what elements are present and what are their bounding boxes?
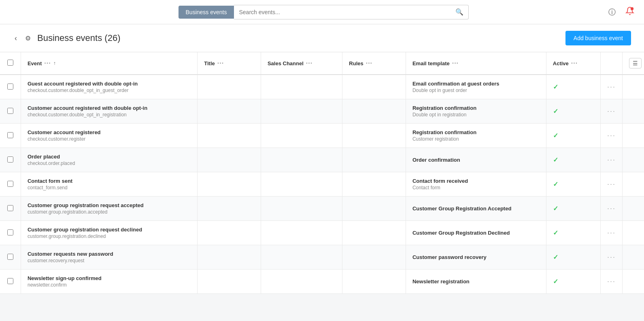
- table-header-row: Event ··· ↑ Title ··· Sales Channel ···: [0, 52, 644, 75]
- sales-channel-cell: [261, 75, 342, 99]
- row-menu-cell: [622, 148, 644, 172]
- row-menu-cell: [622, 197, 644, 221]
- header-left: ‹ ⚙ Business events (26): [13, 32, 120, 44]
- sales-channel-cell: [261, 221, 342, 245]
- search-bar-container: 🔍: [234, 5, 469, 19]
- event-cell: Customer group registration request decl…: [21, 221, 197, 245]
- template-name: Newsletter registration: [412, 278, 540, 285]
- active-cell: ✓: [546, 99, 600, 124]
- top-navigation: Business events 🔍 ⓘ: [0, 0, 644, 24]
- template-name: Order confirmation: [412, 157, 540, 163]
- title-cell: [198, 99, 261, 124]
- title-cell: [198, 75, 261, 99]
- sales-channel-column-options-icon[interactable]: ···: [306, 60, 312, 67]
- event-code: customer.recovery.request: [28, 258, 191, 263]
- header-menu[interactable]: ☰: [622, 52, 644, 75]
- template-sub: Double opt in guest order: [412, 88, 540, 93]
- row-action-menu-button[interactable]: ···: [607, 277, 616, 286]
- events-table: Event ··· ↑ Title ··· Sales Channel ···: [0, 52, 644, 294]
- event-cell: Customer requests new password customer.…: [21, 245, 197, 270]
- event-name: Newsletter sign-up confirmed: [28, 275, 191, 281]
- active-check-icon: ✓: [553, 181, 558, 188]
- template-name: Email confirmation at guest orders: [412, 81, 540, 87]
- row-checkbox[interactable]: [7, 83, 13, 90]
- row-action-menu-button[interactable]: ···: [607, 83, 616, 91]
- row-action-menu-button[interactable]: ···: [607, 204, 616, 213]
- email-template-cell: Customer Group Registration Declined: [406, 221, 546, 245]
- sales-channel-cell: [261, 99, 342, 124]
- select-all-checkbox[interactable]: [7, 60, 13, 66]
- row-checkbox[interactable]: [7, 108, 13, 114]
- row-checkbox[interactable]: [7, 132, 13, 138]
- title-column-options-icon[interactable]: ···: [217, 60, 224, 67]
- template-name: Contact form received: [412, 178, 540, 184]
- row-checkbox[interactable]: [7, 181, 13, 187]
- template-name: Customer password recovery: [412, 254, 540, 260]
- header-rules[interactable]: Rules ···: [342, 52, 406, 75]
- email-template-cell: Registration confirmation Customer regis…: [406, 124, 546, 148]
- row-checkbox[interactable]: [7, 278, 13, 284]
- event-column-options-icon[interactable]: ···: [44, 60, 51, 67]
- row-action-menu-button[interactable]: ···: [607, 131, 616, 140]
- email-template-cell: Contact form received Contact form: [406, 172, 546, 197]
- row-action-menu-button[interactable]: ···: [607, 180, 616, 188]
- email-template-cell: Customer password recovery: [406, 245, 546, 270]
- row-action-menu-button[interactable]: ···: [607, 107, 616, 116]
- row-actions-cell: ···: [601, 197, 623, 221]
- table-body: Guest account registered with double opt…: [0, 75, 644, 294]
- template-name: Customer Group Registration Accepted: [412, 205, 540, 212]
- row-checkbox[interactable]: [7, 229, 13, 235]
- row-menu-cell: [622, 124, 644, 148]
- row-actions-cell: ···: [601, 124, 623, 148]
- event-code: contact_form.send: [28, 185, 191, 190]
- row-action-menu-button[interactable]: ···: [607, 156, 616, 164]
- table-menu-button[interactable]: ☰: [629, 58, 642, 68]
- template-name: Registration confirmation: [412, 105, 540, 111]
- row-action-menu-button[interactable]: ···: [607, 229, 616, 237]
- header-event[interactable]: Event ··· ↑: [21, 52, 197, 75]
- active-cell: ✓: [546, 270, 600, 294]
- active-check-icon: ✓: [553, 278, 558, 285]
- template-sub: Double opt in registration: [412, 112, 540, 118]
- row-menu-cell: [622, 172, 644, 197]
- template-name: Registration confirmation: [412, 129, 540, 135]
- event-sort-icon[interactable]: ↑: [53, 60, 56, 66]
- rules-column-options-icon[interactable]: ···: [366, 60, 372, 67]
- event-cell: Contact form sent contact_form.send: [21, 172, 197, 197]
- row-menu-cell: [622, 99, 644, 124]
- rules-cell: [342, 172, 406, 197]
- header-email-template[interactable]: Email template ···: [406, 52, 546, 75]
- active-cell: ✓: [546, 148, 600, 172]
- add-business-event-button[interactable]: Add business event: [565, 31, 631, 45]
- row-checkbox-cell: [0, 197, 21, 221]
- row-checkbox[interactable]: [7, 254, 13, 260]
- row-actions-cell: ···: [601, 75, 623, 99]
- notification-icon-button[interactable]: [624, 5, 636, 19]
- row-checkbox-cell: [0, 221, 21, 245]
- event-cell: Customer group registration request acce…: [21, 197, 197, 221]
- help-icon-button[interactable]: ⓘ: [607, 6, 617, 19]
- business-events-tab[interactable]: Business events: [179, 6, 234, 19]
- sales-channel-cell: [261, 197, 342, 221]
- row-actions-cell: ···: [601, 221, 623, 245]
- title-cell: [198, 172, 261, 197]
- header-active[interactable]: Active ···: [546, 52, 600, 75]
- search-input[interactable]: [239, 9, 455, 15]
- row-checkbox[interactable]: [7, 156, 13, 163]
- back-button[interactable]: ‹: [13, 32, 19, 44]
- event-cell: Newsletter sign-up confirmed newsletter.…: [21, 270, 197, 294]
- event-cell: Guest account registered with double opt…: [21, 75, 197, 99]
- page-header: ‹ ⚙ Business events (26) Add business ev…: [0, 24, 644, 52]
- header-sales-channel[interactable]: Sales Channel ···: [261, 52, 342, 75]
- header-title[interactable]: Title ···: [198, 52, 261, 75]
- email-template-column-options-icon[interactable]: ···: [452, 60, 459, 67]
- row-checkbox-cell: [0, 172, 21, 197]
- active-column-options-icon[interactable]: ···: [571, 60, 578, 67]
- row-menu-cell: [622, 221, 644, 245]
- row-action-menu-button[interactable]: ···: [607, 253, 616, 261]
- event-code: customer.group.registration.accepted: [28, 209, 191, 215]
- rules-cell: [342, 124, 406, 148]
- active-check-icon: ✓: [553, 156, 558, 163]
- settings-button[interactable]: ⚙: [23, 33, 32, 44]
- row-checkbox[interactable]: [7, 205, 13, 211]
